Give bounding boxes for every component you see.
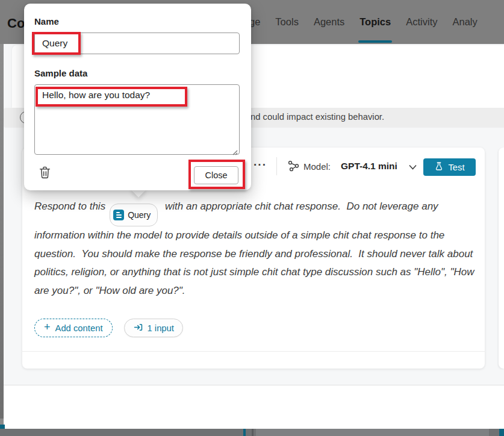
- close-button[interactable]: Close: [194, 166, 238, 184]
- banner-message: nd could impact existing behavior.: [250, 112, 384, 122]
- taskbar-teal-tick: [243, 429, 246, 436]
- tab-tools[interactable]: Tools: [275, 0, 299, 44]
- resize-handle-icon[interactable]: [231, 147, 238, 158]
- more-options-button[interactable]: ···: [250, 156, 270, 174]
- add-content-button[interactable]: + Add content: [34, 319, 113, 337]
- add-content-label: Add content: [55, 323, 103, 333]
- left-edge-strip: [0, 44, 4, 424]
- test-button[interactable]: Test: [423, 158, 476, 176]
- trash-icon: [37, 165, 52, 182]
- copilot-studio-screenshot: + i nd could impact existing behavior. ·…: [0, 0, 504, 436]
- variable-properties-dialog: Name Sample data Hello, how are you toda…: [24, 4, 251, 190]
- taskbar-dark-tick: [252, 429, 254, 436]
- card-footer-divider: [22, 351, 485, 352]
- sample-data-textarea[interactable]: Hello, how are you today?: [34, 84, 240, 155]
- tab-analytics-partial[interactable]: Analy: [452, 0, 477, 44]
- prompt-before: Respond to this: [34, 201, 105, 212]
- input-count-button[interactable]: 1 input: [124, 319, 183, 337]
- test-button-label: Test: [448, 163, 464, 172]
- chevron-down-icon[interactable]: [408, 162, 418, 175]
- query-chip-label: Query: [128, 206, 151, 225]
- delete-button[interactable]: [35, 164, 54, 183]
- adjacent-card-edge: [499, 148, 504, 369]
- toolbar-divider: [276, 157, 277, 175]
- model-label: Model:: [303, 161, 331, 172]
- left-teal-mark: [0, 425, 5, 429]
- model-flow-icon: [287, 160, 300, 175]
- prompt-text: Respond to thisQuery with an appropriate…: [34, 198, 478, 300]
- taskbar-light-segment: [256, 429, 489, 436]
- query-variable-chip[interactable]: Query: [110, 204, 158, 227]
- nav-tabs: ge Tools Agents Topics Activity Analy: [249, 0, 478, 44]
- variable-icon: [113, 210, 124, 220]
- taskbar-strip: [0, 429, 504, 436]
- app-logo-text: Co: [7, 16, 25, 31]
- model-value: GPT-4.1 mini: [341, 161, 397, 172]
- prompt-after: with an appropriate chit chat response. …: [34, 201, 477, 296]
- taskbar-right-teal: [499, 429, 504, 436]
- beaker-icon: [434, 161, 444, 173]
- prompt-actions: + Add content 1 input: [34, 319, 183, 337]
- name-field-label: Name: [34, 16, 59, 26]
- page-footer-area: [0, 385, 504, 429]
- name-input[interactable]: [34, 33, 240, 54]
- sample-data-label: Sample data: [34, 68, 87, 78]
- enter-arrow-icon: [133, 322, 143, 334]
- tab-agents[interactable]: Agents: [314, 0, 344, 44]
- left-notch: [0, 419, 4, 425]
- input-count-label: 1 input: [148, 323, 174, 333]
- plus-icon: +: [44, 321, 51, 334]
- tab-activity[interactable]: Activity: [406, 0, 437, 44]
- tab-topics[interactable]: Topics: [359, 0, 391, 44]
